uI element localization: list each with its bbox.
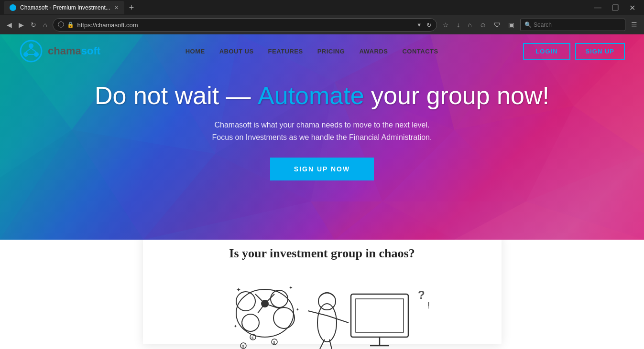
subline1: Chamasoft is what your chama needs to mo… [214, 121, 429, 129]
info-icon: ⓘ [58, 21, 64, 29]
website: chamasoft HOME ABOUT US FEATURES PRICING… [0, 34, 644, 349]
svg-point-29 [236, 289, 294, 337]
pocket-button[interactable]: ↓ [454, 19, 463, 31]
headline-end: your group now! [364, 82, 549, 109]
nav-contacts[interactable]: CONTACTS [402, 48, 438, 55]
site-nav: chamasoft HOME ABOUT US FEATURES PRICING… [0, 34, 644, 68]
hero-section: chamasoft HOME ABOUT US FEATURES PRICING… [0, 34, 644, 240]
nav-buttons: LOGIN SIGN UP [523, 43, 625, 60]
search-icon: 🔍 [524, 21, 532, 28]
window-controls: — ❐ ✕ [589, 3, 640, 12]
url-text: https://chamasoft.com [77, 21, 138, 29]
refresh-button[interactable]: ↻ [28, 19, 39, 31]
logo-icon [19, 39, 43, 63]
address-bar[interactable]: ⓘ 🔒 https://chamasoft.com ▼ ↻ [53, 18, 437, 32]
svg-text:$: $ [251, 336, 254, 340]
maximize-button[interactable]: ❐ [607, 3, 623, 12]
svg-text:!: ! [427, 301, 430, 310]
extensions-button[interactable]: ▣ [505, 19, 517, 31]
browser-chrome: Chamasoft - Premium Investment... ✕ + — … [0, 0, 644, 34]
svg-rect-50 [356, 299, 404, 332]
refresh-small-button[interactable]: ↻ [426, 21, 432, 29]
svg-text:$: $ [242, 344, 244, 349]
hero-content: Do not wait — Automate your group now! C… [0, 68, 644, 180]
nav-arrows: ◀ ▶ ↻ ⌂ [4, 19, 50, 31]
tab-bar: Chamasoft - Premium Investment... ✕ + — … [0, 0, 644, 15]
nav-actions: ☆ ↓ ⌂ ☺ 🛡 ▣ [440, 19, 517, 31]
svg-line-26 [26, 48, 31, 52]
logo-text: chamasoft [48, 45, 100, 57]
svg-point-23 [29, 43, 33, 48]
login-button[interactable]: LOGIN [523, 43, 570, 60]
forward-button[interactable]: ▶ [16, 19, 27, 31]
shield-button[interactable]: 🛡 [491, 19, 503, 31]
signup-button[interactable]: SIGN UP [575, 43, 625, 60]
svg-marker-12 [311, 201, 382, 240]
hero-subtext: Chamasoft is what your chama needs to mo… [10, 119, 634, 143]
minimize-button[interactable]: — [589, 3, 606, 12]
card-illustration: ✦ ✦ ✦ ✦ $ $ $ [162, 270, 482, 349]
nav-links: HOME ABOUT US FEATURES PRICING AWARDS CO… [186, 47, 438, 55]
tab-close-button[interactable]: ✕ [114, 5, 119, 11]
search-input[interactable] [534, 21, 610, 28]
nav-home[interactable]: HOME [186, 48, 205, 55]
active-tab[interactable]: Chamasoft - Premium Investment... ✕ [4, 1, 124, 14]
tab-title: Chamasoft - Premium Investment... [20, 4, 110, 11]
lock-icon: 🔒 [67, 21, 74, 28]
cta-button[interactable]: SIGN UP NOW [270, 158, 374, 180]
hero-headline: Do not wait — Automate your group now! [10, 82, 634, 109]
bookmarks-button[interactable]: ☆ [440, 19, 452, 31]
svg-rect-49 [351, 294, 408, 337]
dropdown-arrow[interactable]: ▼ [416, 22, 422, 28]
svg-line-56 [308, 311, 327, 316]
svg-text:✦: ✦ [236, 286, 241, 293]
chaos-illustration: ✦ ✦ ✦ ✦ $ $ $ [179, 275, 466, 349]
browser-search-container[interactable]: 🔍 [520, 19, 625, 31]
svg-point-30 [236, 292, 255, 311]
emoji-button[interactable]: ☺ [477, 19, 489, 31]
headline-start: Do not wait — [95, 82, 258, 109]
back-button[interactable]: ◀ [4, 19, 15, 31]
headline-accent: Automate [258, 82, 364, 109]
subline2: Focus on Investments as we handle the Fi… [212, 133, 432, 141]
svg-text:✦: ✦ [234, 324, 237, 328]
nav-awards[interactable]: AWARDS [359, 48, 388, 55]
svg-line-55 [327, 316, 349, 323]
svg-line-57 [320, 339, 325, 349]
svg-point-38 [261, 300, 269, 307]
content-section: Is your investment group in chaos? [0, 240, 644, 349]
logo[interactable]: chamasoft [19, 39, 100, 63]
svg-text:?: ? [418, 288, 425, 301]
svg-point-33 [242, 314, 259, 331]
nav-features[interactable]: FEATURES [268, 48, 303, 55]
card-title: Is your investment group in chaos? [162, 246, 482, 261]
tab-favicon [10, 4, 16, 11]
nav-bar: ◀ ▶ ↻ ⌂ ⓘ 🔒 https://chamasoft.com ▼ ↻ ☆ … [0, 15, 644, 34]
reader-button[interactable]: ⌂ [465, 19, 474, 31]
menu-button[interactable]: ☰ [628, 19, 640, 31]
new-tab-button[interactable]: + [126, 3, 137, 13]
nav-about[interactable]: ABOUT US [219, 48, 254, 55]
svg-line-27 [31, 48, 36, 52]
svg-text:✦: ✦ [289, 285, 293, 290]
svg-text:$: $ [273, 340, 275, 345]
nav-pricing[interactable]: PRICING [317, 48, 345, 55]
close-window-button[interactable]: ✕ [624, 3, 640, 12]
svg-text:✦: ✦ [296, 307, 299, 312]
home-button[interactable]: ⌂ [40, 19, 50, 31]
chaos-card: Is your investment group in chaos? [143, 240, 502, 344]
svg-point-32 [273, 307, 295, 328]
